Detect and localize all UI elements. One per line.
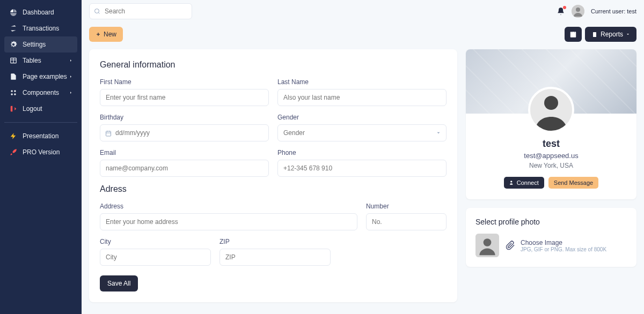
toolbar: New Reports bbox=[82, 23, 644, 49]
general-info-card: General information First Name Last Name… bbox=[89, 49, 457, 302]
rocket-icon bbox=[10, 148, 17, 156]
city-label: City bbox=[100, 238, 211, 245]
notification-dot bbox=[563, 6, 566, 9]
svg-rect-14 bbox=[593, 32, 596, 37]
choose-label: Choose Image bbox=[521, 239, 606, 246]
zip-input[interactable] bbox=[219, 249, 331, 266]
section-title: Adress bbox=[100, 184, 447, 194]
first-name-label: First Name bbox=[100, 78, 269, 86]
birthday-input[interactable] bbox=[100, 124, 269, 141]
profile-card: test test@appseed.us New York, USA Conne… bbox=[466, 49, 636, 199]
nav-presentation[interactable]: Presentation bbox=[4, 128, 77, 144]
footer: © Themesberg - coded by AppSeed Django V… bbox=[82, 311, 644, 314]
save-button[interactable]: Save All bbox=[100, 275, 138, 291]
profile-name: test bbox=[474, 138, 628, 149]
gender-label: Gender bbox=[277, 114, 447, 121]
nav-label: PRO Version bbox=[23, 148, 60, 156]
email-input[interactable] bbox=[100, 160, 269, 177]
nav-page-examples[interactable]: Page examples bbox=[4, 69, 77, 85]
nav-label: Logout bbox=[23, 105, 42, 113]
svg-point-3 bbox=[11, 90, 13, 92]
user-plus-icon bbox=[509, 180, 515, 185]
nav-label: Presentation bbox=[23, 132, 58, 140]
upload-title: Select profile photo bbox=[475, 218, 627, 226]
nav-label: Transactions bbox=[23, 25, 59, 32]
user-avatar[interactable] bbox=[572, 5, 584, 18]
phone-input[interactable] bbox=[277, 160, 447, 177]
profile-location: New York, USA bbox=[474, 162, 628, 169]
nav-dashboard[interactable]: Dashboard bbox=[4, 4, 77, 20]
number-input[interactable] bbox=[366, 213, 447, 230]
address-input[interactable] bbox=[100, 213, 357, 230]
city-input[interactable] bbox=[100, 249, 211, 266]
first-name-input[interactable] bbox=[100, 89, 269, 106]
reports-button[interactable]: Reports bbox=[585, 27, 636, 42]
chevron-right-icon bbox=[69, 91, 73, 95]
nav-pro-version[interactable]: PRO Version bbox=[4, 144, 77, 160]
calendar-button[interactable] bbox=[565, 27, 582, 42]
send-message-button[interactable]: Send Message bbox=[548, 177, 598, 189]
nav-settings[interactable]: Settings bbox=[4, 36, 77, 53]
search-input[interactable] bbox=[89, 3, 192, 19]
nav-label: Tables bbox=[23, 57, 41, 64]
svg-point-5 bbox=[11, 93, 13, 95]
number-label: Number bbox=[366, 203, 447, 210]
svg-point-6 bbox=[14, 93, 16, 95]
chevron-right-icon bbox=[69, 74, 73, 79]
last-name-label: Last Name bbox=[277, 78, 447, 86]
birthday-label: Birthday bbox=[100, 114, 269, 121]
nav-label: Page examples bbox=[23, 73, 67, 80]
chevron-down-icon bbox=[626, 32, 630, 36]
calendar-icon bbox=[105, 130, 112, 137]
sidebar: Dashboard Transactions Settings Tables P… bbox=[0, 0, 82, 314]
connect-label: Connect bbox=[517, 180, 539, 186]
paperclip-icon bbox=[506, 241, 515, 250]
nav-transactions[interactable]: Transactions bbox=[4, 20, 77, 36]
current-user-label: Current user: test bbox=[591, 8, 636, 14]
plus-icon bbox=[96, 32, 101, 37]
connect-button[interactable]: Connect bbox=[504, 177, 544, 189]
page-icon bbox=[10, 73, 17, 80]
main-content: Current user: test New Reports G bbox=[82, 0, 644, 314]
zip-label: ZIP bbox=[219, 238, 331, 245]
calendar-icon bbox=[569, 31, 577, 38]
svg-point-23 bbox=[484, 238, 492, 246]
clipboard-icon bbox=[591, 31, 598, 38]
topbar: Current user: test bbox=[82, 0, 644, 23]
components-icon bbox=[10, 89, 17, 96]
nav-label: Settings bbox=[23, 41, 46, 48]
svg-rect-15 bbox=[106, 131, 111, 136]
svg-point-4 bbox=[14, 90, 16, 92]
reports-label: Reports bbox=[601, 31, 623, 38]
svg-point-20 bbox=[544, 96, 558, 110]
svg-point-21 bbox=[510, 181, 512, 182]
email-label: Email bbox=[100, 149, 269, 156]
svg-point-10 bbox=[576, 8, 580, 12]
pie-chart-icon bbox=[10, 9, 17, 16]
bolt-icon bbox=[10, 132, 17, 140]
nav-label: Dashboard bbox=[23, 9, 54, 16]
profile-email: test@appseed.us bbox=[474, 152, 628, 160]
chevron-right-icon bbox=[69, 58, 73, 63]
nav-tables[interactable]: Tables bbox=[4, 53, 77, 69]
choose-image-button[interactable]: Choose Image JPG, GIF or PNG. Max size o… bbox=[521, 239, 606, 252]
nav-logout[interactable]: Logout bbox=[4, 101, 77, 117]
upload-thumbnail bbox=[475, 234, 499, 257]
address-label: Address bbox=[100, 203, 357, 210]
svg-line-8 bbox=[98, 12, 99, 13]
nav-separator bbox=[4, 122, 77, 123]
gender-select[interactable] bbox=[277, 124, 447, 141]
search-icon bbox=[94, 8, 100, 14]
profile-picture bbox=[528, 87, 574, 133]
section-title: General information bbox=[100, 60, 447, 70]
new-label: New bbox=[104, 31, 116, 38]
transactions-icon bbox=[10, 25, 17, 32]
svg-rect-11 bbox=[570, 32, 576, 38]
nav-label: Components bbox=[23, 89, 59, 96]
nav-components[interactable]: Components bbox=[4, 85, 77, 101]
upload-card: Select profile photo Choose Image JPG, G… bbox=[466, 208, 636, 267]
notifications-button[interactable] bbox=[557, 7, 565, 16]
phone-label: Phone bbox=[277, 149, 447, 156]
last-name-input[interactable] bbox=[277, 89, 447, 106]
new-button[interactable]: New bbox=[89, 27, 123, 42]
